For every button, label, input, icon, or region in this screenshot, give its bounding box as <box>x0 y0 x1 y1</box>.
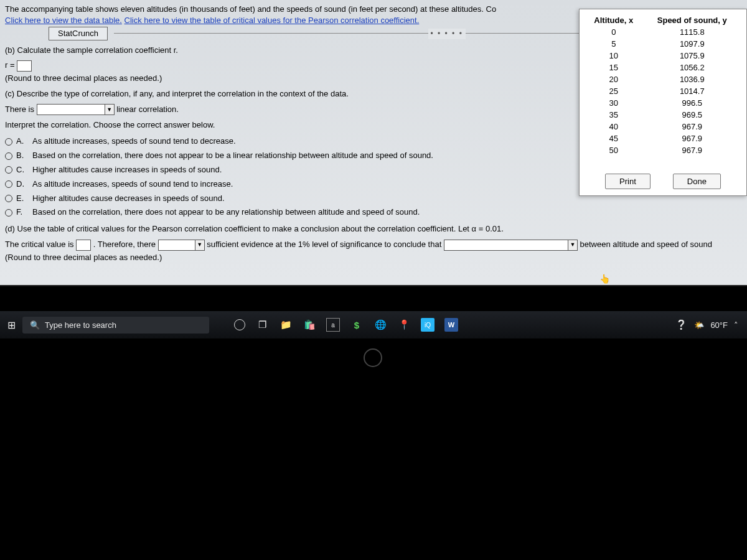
r-equals-label: r = <box>5 60 15 70</box>
linear-correlation-label: linear correlation. <box>116 105 179 114</box>
table-row: 45967.9 <box>585 133 741 144</box>
option-d-radio[interactable] <box>5 180 12 188</box>
location-icon[interactable]: 📍 <box>397 318 411 332</box>
cortana-icon[interactable] <box>234 319 245 330</box>
statcrunch-button[interactable]: StatCrunch <box>49 27 108 40</box>
taskbar-search[interactable]: 🔍 Type here to search <box>22 317 209 334</box>
table-row: 35969.5 <box>585 109 741 121</box>
hp-logo-icon <box>364 348 382 367</box>
option-a-text: As altitude increases, speeds of sound t… <box>32 135 236 148</box>
table-row: 101075.9 <box>585 50 741 62</box>
amazon-icon[interactable]: a <box>326 318 340 332</box>
windows-taskbar: ⊞ 🔍 Type here to search ❐ 📁 🛍️ a $ 🌐 📍 i… <box>0 311 747 338</box>
view-critical-values-link[interactable]: Click here to view the table of critical… <box>125 16 420 25</box>
option-c-radio[interactable] <box>5 166 12 174</box>
data-table: Altitude, xSpeed of sound, y 01115.8 510… <box>585 14 741 156</box>
option-c-letter: C. <box>16 164 29 177</box>
weather-icon[interactable]: 🌤️ <box>694 320 704 330</box>
part-d-prompt: (d) Use the table of critical values for… <box>5 223 742 236</box>
question-panel: The accompanying table shows eleven alti… <box>0 0 747 286</box>
chevron-down-icon[interactable]: ▼ <box>195 240 205 251</box>
option-c-text: Higher altitudes cause increases in spee… <box>32 164 222 177</box>
word-icon[interactable]: W <box>444 318 458 332</box>
cursor-icon: 👆 <box>599 274 610 284</box>
table-row: 201036.9 <box>585 73 741 85</box>
table-row: 251014.7 <box>585 85 741 97</box>
option-f-radio[interactable] <box>5 209 12 217</box>
table-row: 51097.9 <box>585 38 741 50</box>
r-value-input[interactable] <box>17 60 32 72</box>
edge-icon[interactable]: 🌐 <box>374 318 387 332</box>
task-view-icon[interactable]: ❐ <box>255 318 269 332</box>
view-data-table-link[interactable]: Click here to view the data table. <box>5 16 122 25</box>
below-screen-area <box>0 338 747 560</box>
tray-chevron-icon[interactable]: ˄ <box>734 320 738 330</box>
col-speed-header: Speed of sound, y <box>643 14 741 26</box>
chevron-down-icon[interactable]: ▼ <box>568 240 578 251</box>
option-a-letter: A. <box>16 135 29 148</box>
option-a-radio[interactable] <box>5 138 12 146</box>
search-placeholder: Type here to search <box>45 320 116 330</box>
conclusion-tail-label: between altitude and speed of sound <box>580 240 713 249</box>
option-e-text: Higher altitudes cause decreases in spee… <box>32 192 225 205</box>
file-explorer-icon[interactable]: 📁 <box>279 318 293 332</box>
option-e-letter: E. <box>16 192 29 205</box>
correlation-type-select[interactable] <box>37 104 105 115</box>
col-altitude-header: Altitude, x <box>585 14 643 26</box>
option-b-letter: B. <box>16 149 29 162</box>
help-icon[interactable]: ❔ <box>674 318 688 332</box>
data-table-popup: Altitude, xSpeed of sound, y 01115.8 510… <box>579 9 747 196</box>
option-b-text: Based on the correlation, there does not… <box>32 149 433 162</box>
print-button[interactable]: Print <box>605 174 651 189</box>
chevron-down-icon[interactable]: ▼ <box>105 104 115 115</box>
iq-app-icon[interactable]: iQ <box>421 318 435 332</box>
intro-text: The accompanying table shows eleven alti… <box>5 4 496 14</box>
table-row: 30996.5 <box>585 97 741 109</box>
critical-value-input[interactable] <box>76 240 91 251</box>
critical-value-label: The critical value is <box>5 240 74 249</box>
option-d-letter: D. <box>16 178 29 191</box>
start-button[interactable]: ⊞ <box>0 319 22 331</box>
money-app-icon[interactable]: $ <box>350 318 364 332</box>
table-row: 40967.9 <box>585 121 741 133</box>
ellipsis-icon: • • • • • <box>428 29 466 39</box>
option-f-letter: F. <box>16 206 29 219</box>
option-b-radio[interactable] <box>5 152 12 160</box>
store-icon[interactable]: 🛍️ <box>303 318 316 332</box>
table-row: 01115.8 <box>585 26 741 38</box>
there-is-label: There is <box>5 105 34 114</box>
therefore-label: . Therefore, there <box>93 240 156 249</box>
is-isnot-select[interactable] <box>158 240 195 251</box>
option-e-radio[interactable] <box>5 195 12 202</box>
option-f-text: Based on the correlation, there does not… <box>32 206 420 219</box>
table-row: 151056.2 <box>585 62 741 73</box>
conclusion-select[interactable] <box>444 240 568 251</box>
temperature-label: 60°F <box>710 320 728 330</box>
search-icon: 🔍 <box>30 320 40 330</box>
round-note-d: (Round to three decimal places as needed… <box>5 251 742 264</box>
option-d-text: As altitude increases, speeds of sound t… <box>32 178 233 191</box>
table-row: 50967.9 <box>585 144 741 156</box>
sufficient-evidence-label: sufficient evidence at the 1% level of s… <box>207 240 441 249</box>
done-button[interactable]: Done <box>673 174 721 189</box>
